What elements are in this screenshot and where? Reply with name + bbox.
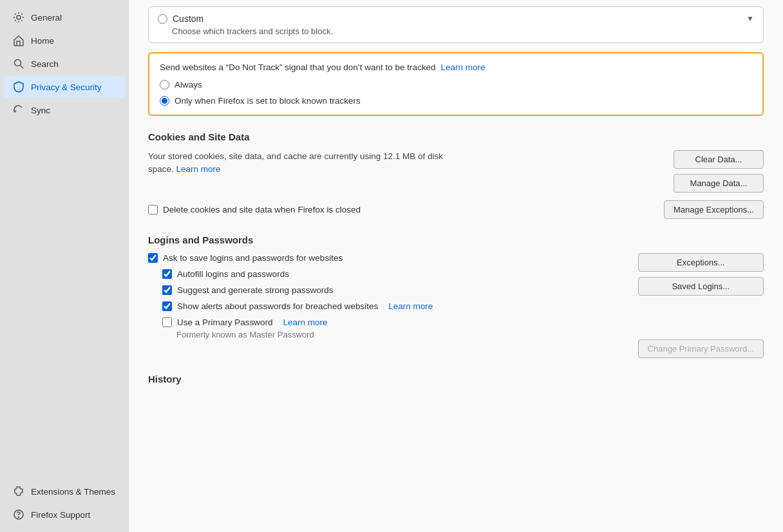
dnt-only-when-radio[interactable] — [160, 96, 169, 106]
logins-content: Ask to save logins and passwords for web… — [148, 253, 764, 358]
svg-line-2 — [21, 66, 24, 69]
manage-exceptions-button[interactable]: Manage Exceptions... — [664, 200, 764, 219]
sidebar-item-firefox-support[interactable]: Firefox Support — [4, 504, 125, 526]
cookies-text: Your stored cookies, site data, and cach… — [148, 150, 457, 176]
shield-icon — [13, 81, 24, 93]
dnt-learn-more-link[interactable]: Learn more — [440, 62, 485, 72]
delete-cookies-row: Delete cookies and site data when Firefo… — [148, 200, 764, 219]
breached-learn-more-link[interactable]: Learn more — [388, 301, 433, 311]
sidebar-item-label-search: Search — [31, 59, 59, 69]
svg-point-1 — [15, 60, 21, 66]
home-icon — [13, 35, 24, 46]
delete-cookies-label[interactable]: Delete cookies and site data when Firefo… — [148, 205, 361, 214]
ask-save-row[interactable]: Ask to save logins and passwords for web… — [148, 253, 628, 263]
custom-radio[interactable] — [158, 14, 167, 24]
suggest-label: Suggest and generate strong passwords — [177, 285, 333, 295]
sidebar-item-privacy-security[interactable]: Privacy & Security — [4, 76, 125, 98]
manage-data-button[interactable]: Manage Data... — [674, 174, 764, 193]
logins-buttons: Exceptions... Saved Logins... Change Pri… — [638, 253, 764, 358]
cookies-heading: Cookies and Site Data — [148, 131, 764, 142]
autofill-label: Autofill logins and passwords — [177, 269, 289, 279]
sidebar: General Home Search Privacy & Security — [0, 0, 129, 532]
suggest-row[interactable]: Suggest and generate strong passwords — [148, 285, 628, 295]
question-icon — [13, 509, 24, 520]
autofill-row[interactable]: Autofill logins and passwords — [148, 269, 628, 279]
search-icon — [13, 58, 24, 70]
logins-options: Ask to save logins and passwords for web… — [148, 253, 628, 339]
history-heading: History — [148, 374, 764, 385]
cookies-buttons: Clear Data... Manage Data... — [674, 150, 764, 193]
dnt-header-text: Send websites a “Do Not Track” signal th… — [160, 62, 435, 72]
delete-cookies-checkbox[interactable] — [148, 205, 158, 214]
breached-row[interactable]: Show alerts about passwords for breached… — [148, 301, 628, 311]
exceptions-button[interactable]: Exceptions... — [638, 253, 764, 272]
dnt-only-when-label: Only when Firefox is set to block known … — [175, 96, 361, 106]
sidebar-item-general[interactable]: General — [4, 6, 125, 28]
puzzle-icon — [13, 486, 24, 497]
chevron-down-icon: ▼ — [746, 14, 754, 23]
suggest-checkbox[interactable] — [162, 285, 172, 295]
sync-icon — [13, 104, 24, 116]
sidebar-item-label-support: Firefox Support — [31, 510, 90, 520]
primary-password-checkbox[interactable] — [162, 318, 172, 327]
dnt-always-radio[interactable] — [160, 80, 169, 90]
custom-label[interactable]: Custom — [158, 14, 203, 24]
gear-icon — [13, 12, 24, 23]
delete-cookies-text: Delete cookies and site data when Firefo… — [163, 205, 361, 214]
logins-heading: Logins and Passwords — [148, 234, 764, 245]
saved-logins-button[interactable]: Saved Logins... — [638, 277, 764, 296]
autofill-checkbox[interactable] — [162, 269, 172, 279]
dnt-section: Send websites a “Do Not Track” signal th… — [148, 52, 764, 116]
sidebar-item-home[interactable]: Home — [4, 30, 125, 52]
sidebar-item-label-privacy: Privacy & Security — [31, 82, 102, 92]
cookies-content: Your stored cookies, site data, and cach… — [148, 150, 764, 193]
breached-label: Show alerts about passwords for breached… — [177, 301, 378, 311]
custom-description: Choose which trackers and scripts to blo… — [158, 26, 754, 36]
sidebar-item-label-extensions: Extensions & Themes — [31, 487, 115, 497]
sidebar-item-label-home: Home — [31, 36, 54, 46]
primary-password-learn-more-link[interactable]: Learn more — [283, 318, 328, 327]
svg-point-0 — [17, 15, 21, 19]
sidebar-item-extensions[interactable]: Extensions & Themes — [4, 480, 125, 502]
cookies-learn-more-link[interactable]: Learn more — [176, 164, 221, 174]
dnt-always-label: Always — [175, 80, 202, 90]
ask-save-label: Ask to save logins and passwords for web… — [163, 253, 343, 263]
formerly-known-text: Formerly known as Master Password — [148, 330, 628, 339]
dnt-header: Send websites a “Do Not Track” signal th… — [160, 62, 752, 72]
sidebar-item-search[interactable]: Search — [4, 53, 125, 75]
ask-save-checkbox[interactable] — [148, 253, 158, 263]
clear-data-button[interactable]: Clear Data... — [674, 150, 764, 169]
dnt-always-option[interactable]: Always — [160, 80, 752, 90]
primary-password-row: Use a Primary Password Learn more — [148, 318, 628, 327]
breached-checkbox[interactable] — [162, 301, 172, 311]
main-content: Custom ▼ Choose which trackers and scrip… — [129, 0, 783, 532]
sidebar-item-label-sync: Sync — [31, 106, 50, 115]
sidebar-item-label-general: General — [31, 13, 62, 23]
dnt-only-when-option[interactable]: Only when Firefox is set to block known … — [160, 96, 752, 106]
custom-tracker-box: Custom ▼ Choose which trackers and scrip… — [148, 6, 764, 43]
primary-password-label: Use a Primary Password — [177, 318, 273, 327]
svg-point-4 — [19, 517, 19, 518]
sidebar-item-sync[interactable]: Sync — [4, 99, 125, 121]
change-primary-password-button[interactable]: Change Primary Password... — [638, 339, 764, 358]
